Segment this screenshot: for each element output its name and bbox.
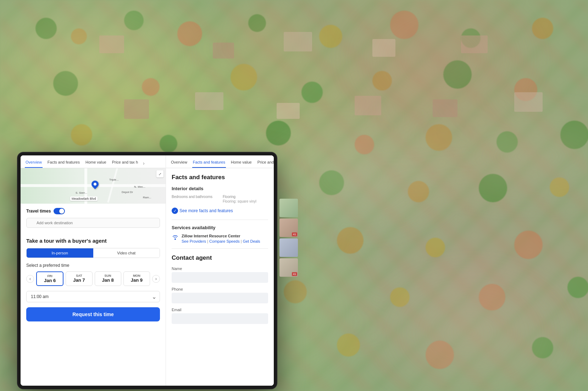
map-street-label: Meadowlark Blvd <box>70 197 98 201</box>
date-card-1[interactable]: SAT Jan 7 <box>66 271 92 286</box>
email-field: Email <box>172 308 268 324</box>
tab-more-left[interactable]: › <box>143 160 145 166</box>
tour-tabs: In-person Video chat <box>26 248 160 258</box>
side-thumbnails: 41 41 <box>279 199 297 277</box>
date-num-2: Jan 8 <box>96 277 120 283</box>
time-select-wrapper: 11:00 am 11:30 am 12:00 pm 12:30 pm ⌄ <box>26 291 160 302</box>
date-card-0[interactable]: FRI Jan 6 <box>36 271 63 286</box>
tab-facts-right[interactable]: Facts and features <box>192 159 226 168</box>
tab-pricetax-right[interactable]: Price and tax h <box>257 159 274 168</box>
bedrooms-col: Bedrooms and bathrooms <box>172 195 217 203</box>
compare-speeds-link[interactable]: Compare Speeds <box>209 239 240 243</box>
date-carousel: ‹ FRI Jan 6 SAT Jan 7 SUN Jan 8 <box>26 271 160 286</box>
tab-pricetax-left[interactable]: Price and tax h <box>111 159 139 168</box>
get-deals-link[interactable]: Get Deals <box>243 239 260 243</box>
dates-row: FRI Jan 6 SAT Jan 7 SUN Jan 8 MON <box>36 271 150 286</box>
svg-text:S. Sierr...: S. Sierr... <box>76 191 87 194</box>
contact-section: Contact agent Name Phone Email <box>172 254 268 324</box>
svg-text:Ram...: Ram... <box>143 196 151 199</box>
thumb-badge-4: 41 <box>292 272 297 276</box>
travel-times-toggle[interactable] <box>54 208 65 214</box>
right-nav-tabs: Overview Facts and features Home value P… <box>166 155 274 168</box>
work-input-wrapper: 🚗 <box>26 218 160 233</box>
left-nav-tabs: Overview Facts and features Home value P… <box>21 155 166 168</box>
see-more-link[interactable]: ✓ See more facts and features <box>172 208 268 214</box>
tour-heading: Take a tour with a buyer's agent <box>26 238 160 244</box>
interior-title: Interior details <box>172 186 268 191</box>
date-num-0: Jan 6 <box>38 278 61 283</box>
date-num-3: Jan 9 <box>125 277 148 283</box>
right-panel: Overview Facts and features Home value P… <box>166 155 274 386</box>
tab-facts-left[interactable]: Facts and features <box>47 159 81 168</box>
date-day-2: SUN <box>96 274 120 277</box>
name-input-display <box>172 272 268 283</box>
phone-label: Phone <box>172 287 268 291</box>
email-input-display <box>172 313 268 324</box>
tour-tab-inperson[interactable]: In-person <box>27 248 93 258</box>
device-inner: Overview Facts and features Home value P… <box>21 155 274 386</box>
flooring-value: Flooring: square vinyl <box>223 199 268 203</box>
date-day-0: FRI <box>38 274 61 278</box>
service-row: Zillow Internet Resource Center See Prov… <box>172 234 268 243</box>
facts-title: Facts and features <box>172 174 268 181</box>
thumb-1[interactable] <box>279 199 298 217</box>
time-select[interactable]: 11:00 am 11:30 am 12:00 pm 12:30 pm <box>26 291 160 302</box>
contact-title: Contact agent <box>172 254 268 261</box>
travel-times-label: Travel times <box>26 209 51 214</box>
name-field: Name <box>172 266 268 283</box>
see-more-text: See more facts and features <box>179 208 233 213</box>
thumb-badge: 41 <box>292 232 297 236</box>
detail-row: Bedrooms and bathrooms Flooring Flooring… <box>172 195 268 203</box>
flooring-col: Flooring Flooring: square vinyl <box>223 195 268 203</box>
tab-overview-right[interactable]: Overview <box>170 159 188 168</box>
see-more-icon: ✓ <box>172 208 178 214</box>
wifi-icon <box>172 234 179 241</box>
request-time-button[interactable]: Request this time <box>26 307 160 321</box>
map-area[interactable]: S. Sierr... Triple... Depot Dr N. Mec...… <box>21 168 166 204</box>
divider-1 <box>172 220 268 220</box>
phone-input-display <box>172 293 268 303</box>
tab-homevalue-right[interactable]: Home value <box>230 159 253 168</box>
email-label: Email <box>172 308 268 312</box>
map-expand-button[interactable]: ⤢ <box>156 170 163 177</box>
left-panel: Overview Facts and features Home value P… <box>21 155 166 386</box>
date-day-3: MON <box>125 274 148 277</box>
date-num-1: Jan 7 <box>67 277 90 283</box>
tab-overview-left[interactable]: Overview <box>25 159 43 168</box>
name-label: Name <box>172 266 268 271</box>
work-destination-input[interactable] <box>26 218 160 228</box>
flooring-label: Flooring <box>223 195 268 199</box>
service-name: Zillow Internet Resource Center <box>182 234 260 238</box>
service-links: See Providers | Compare Speeds | Get Dea… <box>182 239 260 243</box>
preferred-time-label: Select a preferred time <box>26 263 160 268</box>
thumb-2[interactable]: 41 <box>279 219 298 237</box>
travel-times-row: Travel times <box>26 208 160 214</box>
svg-text:Triple...: Triple... <box>109 178 118 181</box>
thumb-4[interactable]: 41 <box>279 258 298 277</box>
left-panel-content: Travel times 🚗 Take a tour with a buyer'… <box>21 204 166 386</box>
svg-text:Depot Dr: Depot Dr <box>122 191 133 194</box>
services-title: Services availability <box>172 225 268 230</box>
tab-homevalue-left[interactable]: Home value <box>85 159 107 168</box>
service-info: Zillow Internet Resource Center See Prov… <box>182 234 260 243</box>
see-providers-link[interactable]: See Providers <box>182 239 206 243</box>
carousel-prev[interactable]: ‹ <box>26 275 34 283</box>
svg-text:N. Mec...: N. Mec... <box>134 185 145 188</box>
thumb-3[interactable] <box>279 238 298 257</box>
bedrooms-label: Bedrooms and bathrooms <box>172 195 217 199</box>
carousel-next[interactable]: › <box>152 275 160 283</box>
tour-tab-video[interactable]: Video chat <box>93 248 160 258</box>
device-frame: Overview Facts and features Home value P… <box>18 153 277 389</box>
divider-2 <box>172 248 268 249</box>
phone-field: Phone <box>172 287 268 303</box>
date-day-1: SAT <box>67 274 90 277</box>
right-panel-content: Facts and features Interior details Bedr… <box>166 168 274 386</box>
date-card-2[interactable]: SUN Jan 8 <box>95 271 121 286</box>
date-card-3[interactable]: MON Jan 9 <box>123 271 150 286</box>
